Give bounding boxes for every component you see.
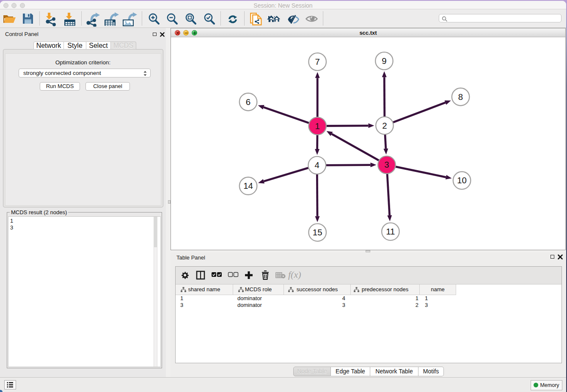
svg-text:15: 15 [313, 227, 322, 237]
svg-text:3: 3 [384, 160, 389, 169]
svg-text:10: 10 [457, 175, 467, 185]
svg-text:4: 4 [315, 160, 319, 170]
svg-text:9: 9 [382, 56, 386, 66]
svg-text:7: 7 [315, 57, 320, 66]
svg-text:8: 8 [458, 92, 463, 102]
svg-text:2: 2 [382, 121, 387, 130]
svg-text:11: 11 [386, 226, 395, 236]
svg-text:14: 14 [243, 181, 253, 190]
svg-text:1: 1 [315, 121, 320, 131]
svg-text:6: 6 [246, 97, 250, 107]
